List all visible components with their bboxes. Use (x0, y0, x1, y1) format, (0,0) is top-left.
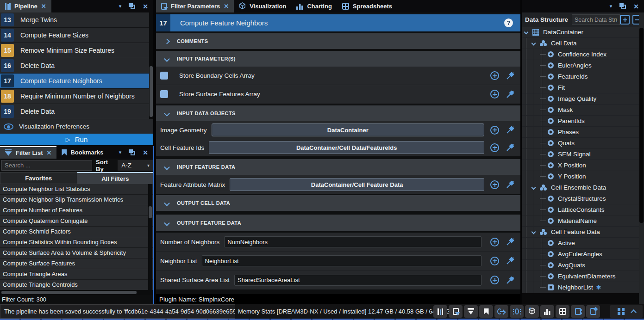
tree-item-group[interactable]: Cell Feature Data (522, 227, 644, 238)
pinned-document-button[interactable] (586, 305, 600, 318)
tab-bookmarks[interactable]: Bookmarks (56, 146, 108, 159)
close-panel-icon[interactable]: ✕ (143, 3, 148, 10)
tab-filter-parameters[interactable]: Filter Parameters ✕ (156, 0, 234, 12)
undock-icon[interactable] (129, 3, 135, 9)
feature-attribute-matrix-selector[interactable]: DataContainer/Cell Feature Data (230, 178, 484, 191)
visualization-toggle-button[interactable] (525, 305, 539, 318)
spreadsheets-toggle-button[interactable] (556, 305, 569, 318)
debug-toggle-button[interactable] (510, 305, 524, 318)
tree-item-array[interactable]: Mask (522, 105, 644, 116)
close-panel-icon[interactable]: ✕ (633, 3, 639, 10)
data-structure-search-input[interactable] (572, 14, 620, 25)
charting-toggle-button[interactable] (540, 305, 554, 318)
tree-item-array[interactable]: EquivalentDiameters (522, 271, 644, 282)
section-comments[interactable]: COMMENTS (156, 33, 520, 49)
unlink-parameter-icon[interactable] (506, 143, 514, 152)
tree-item-datacontainer[interactable]: DataContainer (522, 27, 644, 38)
filter-parameters-toggle-button[interactable] (449, 305, 463, 318)
tree-item-array[interactable]: AvgEulerAngles (522, 249, 644, 260)
tab-charting[interactable]: Charting (291, 0, 337, 12)
tree-item-array[interactable]: CrystalStructures (522, 193, 644, 204)
scrollbar-thumb[interactable] (639, 28, 644, 223)
filter-list-item[interactable]: Compute Surface Area to Volume & Spheric… (0, 248, 153, 258)
tree-item-array[interactable]: Active (522, 238, 644, 249)
undock-icon[interactable] (129, 149, 135, 155)
chevron-down-icon[interactable] (531, 185, 536, 190)
close-tab-icon[interactable]: ✕ (41, 3, 46, 10)
filter-list-item[interactable]: Compute Neighbor Slip Transmission Metri… (0, 195, 153, 205)
scrollbar-thumb[interactable] (150, 66, 153, 117)
pipeline-toggle-button[interactable] (433, 305, 447, 318)
filter-list-item[interactable]: Compute Statistics Within Bounding Boxes (0, 237, 153, 248)
close-tab-icon[interactable]: ✕ (47, 149, 52, 156)
tree-item-array[interactable]: X Position (522, 160, 644, 171)
tree-item-array[interactable]: Fit (522, 82, 644, 93)
pipeline-item[interactable]: 19 Delete Data (0, 104, 153, 119)
pipeline-item[interactable]: 15 Remove Minimum Size Features (0, 43, 153, 58)
num-neighbors-input[interactable] (224, 236, 481, 247)
chevron-down-icon[interactable] (524, 30, 529, 35)
tree-item-array[interactable]: ParentIds (522, 116, 644, 127)
unlink-parameter-icon[interactable] (506, 90, 514, 98)
section-input-data-objects[interactable]: INPUT DATA OBJECTS (156, 105, 520, 121)
filter-list-item[interactable]: Compute Number of Features (0, 205, 153, 216)
tree-item-array[interactable]: FeatureIds (522, 71, 644, 82)
section-output-feature-data[interactable]: OUTPUT FEATURE DATA (156, 215, 520, 231)
bookmarks-toggle-button[interactable] (479, 305, 493, 318)
expand-parameter-icon[interactable] (490, 276, 499, 284)
expand-parameter-icon[interactable] (490, 126, 499, 135)
tree-item-neighborlist[interactable]: NeighborList ✱ (522, 282, 644, 293)
filter-list-item[interactable]: Compute Quaternion Conjugate (0, 216, 153, 227)
store-boundary-cells-checkbox[interactable] (160, 72, 168, 80)
filter-list-item[interactable]: Compute Triangle Areas (0, 269, 153, 280)
shared-surface-area-list-input[interactable] (234, 275, 481, 286)
tab-favorites[interactable]: Favorites (0, 172, 77, 184)
unlink-parameter-icon[interactable] (506, 180, 514, 189)
expand-parameter-icon[interactable] (490, 90, 499, 98)
tab-visualization[interactable]: Visualization (234, 0, 291, 12)
close-tab-icon[interactable]: ✕ (224, 3, 229, 10)
chevron-down-icon[interactable] (531, 41, 536, 46)
expand-parameter-icon[interactable] (490, 257, 499, 265)
unlink-parameter-icon[interactable] (506, 257, 514, 265)
unlink-parameter-icon[interactable] (506, 276, 514, 284)
filter-list-item[interactable]: Compute Schmid Factors (0, 227, 153, 237)
output-toggle-button[interactable] (494, 305, 508, 318)
close-panel-icon[interactable]: ✕ (143, 149, 148, 156)
section-input-feature-data[interactable]: INPUT FEATURE DATA (156, 159, 520, 175)
expand-parameter-icon[interactable] (490, 143, 499, 152)
filter-list-item[interactable]: Compute Neighbor List Statistics (0, 184, 153, 195)
data-structure-scrollbar[interactable] (639, 12, 644, 304)
unlink-parameter-icon[interactable] (506, 238, 514, 246)
help-icon[interactable]: ? (504, 18, 513, 27)
filter-list-hscrollbar[interactable] (0, 290, 153, 295)
store-surface-features-checkbox[interactable] (160, 90, 168, 98)
tree-item-array[interactable]: Phases (522, 127, 644, 138)
visualization-preferences-row[interactable]: Visualization Preferences (0, 119, 153, 134)
pipeline-scrollbar[interactable] (149, 12, 153, 119)
collapse-toolbar-icon[interactable] (631, 309, 637, 315)
expand-parameter-icon[interactable] (490, 180, 499, 189)
tree-item-group[interactable]: Cell Ensemble Data (522, 182, 644, 193)
filter-list-vscrollbar[interactable] (148, 184, 152, 290)
expand-parameter-icon[interactable] (490, 238, 499, 246)
pipeline-item[interactable]: 14 Compute Feature Sizes (0, 28, 153, 43)
tree-item-array[interactable]: AvgQuats (522, 260, 644, 271)
tab-all-filters[interactable]: All Filters (77, 172, 154, 184)
cell-feature-ids-selector[interactable]: DataContainer/Cell Data/FeatureIds (209, 141, 484, 154)
neighbor-list-input[interactable] (202, 255, 481, 266)
tree-item-array[interactable]: EulerAngles (522, 60, 644, 71)
section-input-parameters[interactable]: INPUT PARAMETER(S) (156, 51, 520, 67)
tree-item-array[interactable]: Image Quality (522, 93, 644, 105)
unlink-parameter-icon[interactable] (506, 72, 514, 80)
run-button[interactable]: ▷ Run (0, 134, 153, 145)
scrollbar-thumb[interactable] (1, 291, 137, 294)
panel-menu-icon[interactable]: ▾ (610, 3, 613, 9)
section-output-cell-data[interactable]: OUTPUT CELL DATA (156, 195, 520, 211)
tree-item-array[interactable]: MaterialName (522, 215, 644, 227)
filter-search-input[interactable] (1, 160, 92, 171)
pipeline-item[interactable]: 13 Merge Twins (0, 12, 153, 28)
panel-menu-icon[interactable]: ▾ (119, 3, 122, 9)
pipeline-graph-button[interactable] (571, 305, 585, 318)
pipeline-item[interactable]: 18 Require Minimum Number of Neighbors (0, 89, 153, 104)
